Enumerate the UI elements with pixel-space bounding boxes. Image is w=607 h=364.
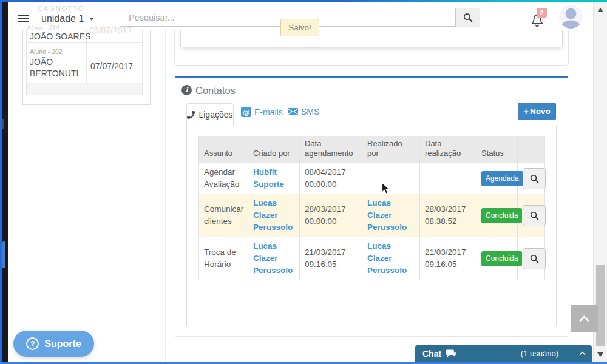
tab-sms[interactable]: SMS (288, 107, 319, 116)
user-avatar[interactable] (559, 5, 583, 29)
student-meta: Aluno - 202 (30, 48, 63, 55)
cell-subject: Troca de Horário (199, 237, 248, 280)
new-contact-label: Novo (530, 107, 551, 116)
column-header-subject: Assunto (199, 136, 248, 163)
hamburger-menu-button[interactable] (18, 15, 29, 22)
collapsed-sidebar-strip (2, 2, 8, 362)
user-link[interactable]: Lucas Clazer Perussolo (253, 198, 293, 232)
plus-icon: + (523, 106, 529, 116)
brand-watermark: CAGNOTTO (38, 5, 84, 12)
cell-done-date: 21/03/2017 09:16:05 (420, 237, 476, 280)
search-icon (463, 13, 473, 22)
table-header-row: Assunto Criado por Data agendamento Real… (199, 136, 545, 163)
tab-calls[interactable]: Ligações (186, 103, 234, 126)
search-button[interactable] (455, 8, 480, 27)
table-row: Troca de Horário Lucas Clazer Perussolo … (199, 237, 545, 280)
column-header-schedule-date: Data agendamento (300, 136, 362, 163)
window-left-border (0, 0, 2, 364)
cell-subject: Comunicar clientes (199, 194, 248, 237)
cell-done-date (420, 163, 476, 194)
content-divider (165, 30, 166, 362)
row-divider (26, 95, 143, 95)
magnifier-icon (530, 254, 539, 263)
column-header-done-date: Data realização (420, 136, 476, 163)
panel-title: Contatos (195, 85, 236, 96)
caret-down-icon (89, 18, 94, 21)
status-badge: Concluida (481, 208, 522, 223)
student-name[interactable]: JOÃO BERTONUTI (30, 56, 86, 79)
support-button[interactable]: ? Suporte (13, 331, 94, 357)
app-window: JOÃO SOARES Aluno - 202 JOÃO BERTONUTI 0… (0, 0, 607, 364)
tab-emails-label: E-mails (254, 107, 283, 117)
contacts-panel: i Contatos Ligações @ E-mails SMS + Novo (175, 76, 568, 337)
cell-schedule-date: 08/04/2017 00:00:00 (300, 163, 362, 194)
cell-schedule-date: 28/03/2017 00:00:00 (300, 194, 362, 237)
user-link[interactable]: Lucas Clazer Perussolo (253, 241, 293, 275)
cell-done-by (362, 163, 420, 194)
column-header-actions (518, 136, 545, 163)
cell-subject: Agendar Avaliação (199, 163, 248, 194)
magnifier-icon (530, 174, 539, 183)
new-contact-button[interactable]: + Novo (518, 103, 556, 120)
cell-schedule-date: 21/03/2017 09:16:05 (300, 237, 362, 280)
row-divider (26, 42, 143, 43)
chat-bubble-icon (446, 349, 456, 358)
magnifier-icon (530, 211, 539, 220)
user-link[interactable]: Lucas Clazer Perussolo (367, 198, 407, 232)
hidden-student-date: 05/07/2017 (89, 25, 132, 35)
progress-bar (0, 0, 607, 2)
strip-marker (2, 119, 4, 129)
unit-selector-label: unidade 1 (41, 13, 84, 24)
column-header-done-by: Realizado por (362, 136, 420, 163)
hidden-student-meta: Aluno - 214 (27, 24, 59, 32)
phone-icon (187, 111, 195, 119)
column-header-created-by: Criado por (248, 136, 300, 163)
avatar-icon (559, 5, 583, 29)
chat-users-count: (1 usuário) (521, 349, 558, 358)
cell-done-date: 28/03/2017 08:38:52 (420, 194, 476, 237)
contacts-table: Assunto Criado por Data agendamento Real… (198, 136, 545, 280)
view-contact-button[interactable] (523, 248, 546, 269)
student-date: 07/07/2017 (90, 61, 133, 71)
save-toast: Salvo! (280, 19, 319, 36)
scrollbar-up-arrow[interactable] (597, 8, 603, 12)
status-badge: Concluida (481, 251, 522, 266)
tab-emails[interactable]: @ E-mails (241, 107, 283, 117)
notification-badge[interactable]: 2 (537, 8, 547, 18)
column-header-status: Status (476, 136, 518, 163)
chat-bar[interactable]: Chat (1 usuário) (415, 345, 592, 362)
tab-calls-label: Ligações (198, 110, 232, 120)
unit-selector[interactable]: unidade 1 (41, 13, 94, 24)
window-bottom-border (0, 362, 607, 364)
scroll-to-top-button[interactable] (571, 305, 598, 332)
chat-label: Chat (422, 349, 441, 359)
at-icon: @ (241, 107, 251, 117)
hamburger-icon (18, 15, 29, 16)
students-card: JOÃO SOARES Aluno - 202 JOÃO BERTONUTI 0… (22, 30, 151, 105)
chevron-up-icon (579, 315, 589, 322)
tab-content-panel: Assunto Criado por Data agendamento Real… (186, 126, 557, 326)
table-border (142, 30, 143, 95)
scrollbar-down-arrow[interactable] (597, 352, 603, 357)
strip-scroll-thumb[interactable] (2, 241, 5, 268)
question-icon: ? (26, 337, 39, 350)
tab-sms-label: SMS (301, 107, 319, 116)
user-link[interactable]: Lucas Clazer Perussolo (367, 241, 407, 275)
support-label: Suporte (44, 339, 81, 349)
envelope-icon (288, 108, 298, 115)
top-card-inner (180, 30, 563, 47)
user-link[interactable]: Hubfit Suporte (253, 167, 284, 189)
chat-chevron-up-icon[interactable] (579, 351, 586, 356)
table-row: Agendar Avaliação Hubfit Suporte 08/04/2… (199, 163, 545, 194)
student-name[interactable]: JOÃO SOARES (30, 31, 90, 42)
status-badge: Agendada (481, 171, 523, 186)
table-footer-row (27, 83, 142, 95)
view-contact-button[interactable] (523, 205, 546, 226)
view-contact-button[interactable] (523, 168, 546, 189)
info-icon: i (181, 85, 192, 95)
table-row: Comunicar clientes Lucas Clazer Perussol… (199, 194, 545, 237)
